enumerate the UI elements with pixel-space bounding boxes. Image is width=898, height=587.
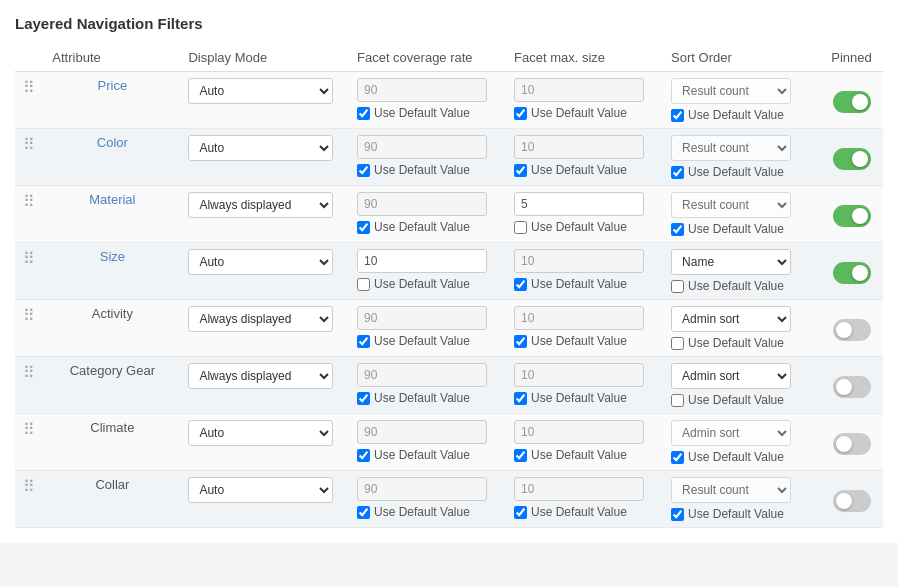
maxsize-default-checkbox-category_gear[interactable] xyxy=(514,392,527,405)
maxsize-input-price[interactable] xyxy=(514,78,644,102)
attribute-name: Climate xyxy=(90,420,134,435)
drag-handle-icon[interactable]: ⠿ xyxy=(23,192,35,211)
maxsize-default-checkbox-color[interactable] xyxy=(514,164,527,177)
sort-cell: Result countNameAdmin sortUse Default Va… xyxy=(663,357,820,414)
use-default-label: Use Default Value xyxy=(374,220,470,234)
pinned-toggle-activity[interactable] xyxy=(833,319,871,341)
sort-default-checkbox-climate[interactable] xyxy=(671,451,684,464)
maxsize-default-checkbox-material[interactable] xyxy=(514,221,527,234)
coverage-input-price[interactable] xyxy=(357,78,487,102)
pinned-toggle-collar[interactable] xyxy=(833,490,871,512)
display-mode-select-price[interactable]: AutoAlways displayedManual xyxy=(188,78,333,104)
maxsize-input-climate[interactable] xyxy=(514,420,644,444)
display-mode-select-collar[interactable]: AutoAlways displayedManual xyxy=(188,477,333,503)
sort-select-color[interactable]: Result countNameAdmin sort xyxy=(671,135,791,161)
coverage-default-checkbox-material[interactable] xyxy=(357,221,370,234)
maxsize-default-checkbox-climate[interactable] xyxy=(514,449,527,462)
table-row: ⠿ActivityAutoAlways displayedManualUse D… xyxy=(15,300,883,357)
sort-default-checkbox-category_gear[interactable] xyxy=(671,394,684,407)
sort-select-size[interactable]: Result countNameAdmin sort xyxy=(671,249,791,275)
maxsize-input-collar[interactable] xyxy=(514,477,644,501)
display-mode-select-material[interactable]: AutoAlways displayedManual xyxy=(188,192,333,218)
maxsize-input-color[interactable] xyxy=(514,135,644,159)
maxsize-input-activity[interactable] xyxy=(514,306,644,330)
pinned-cell xyxy=(820,243,883,300)
sort-default-checkbox-collar[interactable] xyxy=(671,508,684,521)
drag-handle-icon[interactable]: ⠿ xyxy=(23,363,35,382)
use-default-label: Use Default Value xyxy=(374,163,470,177)
sort-default-checkbox-material[interactable] xyxy=(671,223,684,236)
maxsize-cell: Use Default Value xyxy=(506,186,663,243)
sort-default-checkbox-color[interactable] xyxy=(671,166,684,179)
pinned-toggle-price[interactable] xyxy=(833,91,871,113)
drag-handle-icon[interactable]: ⠿ xyxy=(23,420,35,439)
filters-table: Attribute Display Mode Facet coverage ra… xyxy=(15,44,883,528)
pinned-cell xyxy=(820,414,883,471)
sort-default-checkbox-activity[interactable] xyxy=(671,337,684,350)
sort-select-material[interactable]: Result countNameAdmin sort xyxy=(671,192,791,218)
use-default-label: Use Default Value xyxy=(688,279,784,293)
coverage-cell: Use Default Value xyxy=(349,186,506,243)
display-mode-select-color[interactable]: AutoAlways displayedManual xyxy=(188,135,333,161)
toggle-slider xyxy=(833,490,871,512)
maxsize-input-category_gear[interactable] xyxy=(514,363,644,387)
maxsize-cell: Use Default Value xyxy=(506,129,663,186)
coverage-default-checkbox-price[interactable] xyxy=(357,107,370,120)
drag-handle-cell: ⠿ xyxy=(15,357,44,414)
drag-handle-icon[interactable]: ⠿ xyxy=(23,306,35,325)
drag-handle-icon[interactable]: ⠿ xyxy=(23,249,35,268)
sort-default-checkbox-price[interactable] xyxy=(671,109,684,122)
drag-handle-icon[interactable]: ⠿ xyxy=(23,135,35,154)
sort-select-climate[interactable]: Result countNameAdmin sort xyxy=(671,420,791,446)
pinned-toggle-color[interactable] xyxy=(833,148,871,170)
use-default-label: Use Default Value xyxy=(374,334,470,348)
display-mode-select-climate[interactable]: AutoAlways displayedManual xyxy=(188,420,333,446)
attribute-name: Collar xyxy=(95,477,129,492)
drag-handle-cell: ⠿ xyxy=(15,186,44,243)
pinned-toggle-size[interactable] xyxy=(833,262,871,284)
maxsize-default-checkbox-collar[interactable] xyxy=(514,506,527,519)
pinned-toggle-category_gear[interactable] xyxy=(833,376,871,398)
maxsize-default-checkbox-activity[interactable] xyxy=(514,335,527,348)
coverage-input-collar[interactable] xyxy=(357,477,487,501)
use-default-label: Use Default Value xyxy=(688,450,784,464)
sort-cell: Result countNameAdmin sortUse Default Va… xyxy=(663,72,820,129)
coverage-input-size[interactable] xyxy=(357,249,487,273)
pinned-cell xyxy=(820,471,883,528)
sort-cell: Result countNameAdmin sortUse Default Va… xyxy=(663,300,820,357)
coverage-input-category_gear[interactable] xyxy=(357,363,487,387)
coverage-input-material[interactable] xyxy=(357,192,487,216)
sort-default-checkbox-size[interactable] xyxy=(671,280,684,293)
coverage-default-checkbox-activity[interactable] xyxy=(357,335,370,348)
maxsize-default-checkbox-size[interactable] xyxy=(514,278,527,291)
sort-select-activity[interactable]: Result countNameAdmin sort xyxy=(671,306,791,332)
coverage-input-climate[interactable] xyxy=(357,420,487,444)
sort-select-category_gear[interactable]: Result countNameAdmin sort xyxy=(671,363,791,389)
coverage-input-activity[interactable] xyxy=(357,306,487,330)
pinned-cell xyxy=(820,186,883,243)
sort-select-price[interactable]: Result countNameAdmin sort xyxy=(671,78,791,104)
sort-select-collar[interactable]: Result countNameAdmin sort xyxy=(671,477,791,503)
pinned-toggle-material[interactable] xyxy=(833,205,871,227)
maxsize-input-material[interactable] xyxy=(514,192,644,216)
coverage-default-checkbox-category_gear[interactable] xyxy=(357,392,370,405)
coverage-default-checkbox-size[interactable] xyxy=(357,278,370,291)
maxsize-input-size[interactable] xyxy=(514,249,644,273)
display-mode-select-activity[interactable]: AutoAlways displayedManual xyxy=(188,306,333,332)
display-mode-select-size[interactable]: AutoAlways displayedManual xyxy=(188,249,333,275)
display-mode-select-category_gear[interactable]: AutoAlways displayedManual xyxy=(188,363,333,389)
coverage-input-color[interactable] xyxy=(357,135,487,159)
coverage-default-checkbox-collar[interactable] xyxy=(357,506,370,519)
drag-handle-icon[interactable]: ⠿ xyxy=(23,477,35,496)
table-row: ⠿ClimateAutoAlways displayedManualUse De… xyxy=(15,414,883,471)
maxsize-default-checkbox-price[interactable] xyxy=(514,107,527,120)
attribute-name: Size xyxy=(100,249,125,264)
pinned-toggle-climate[interactable] xyxy=(833,433,871,455)
coverage-default-checkbox-climate[interactable] xyxy=(357,449,370,462)
display-mode-cell: AutoAlways displayedManual xyxy=(180,129,349,186)
coverage-default-checkbox-color[interactable] xyxy=(357,164,370,177)
table-row: ⠿MaterialAutoAlways displayedManualUse D… xyxy=(15,186,883,243)
display-mode-cell: AutoAlways displayedManual xyxy=(180,471,349,528)
sort-cell: Result countNameAdmin sortUse Default Va… xyxy=(663,243,820,300)
drag-handle-icon[interactable]: ⠿ xyxy=(23,78,35,97)
